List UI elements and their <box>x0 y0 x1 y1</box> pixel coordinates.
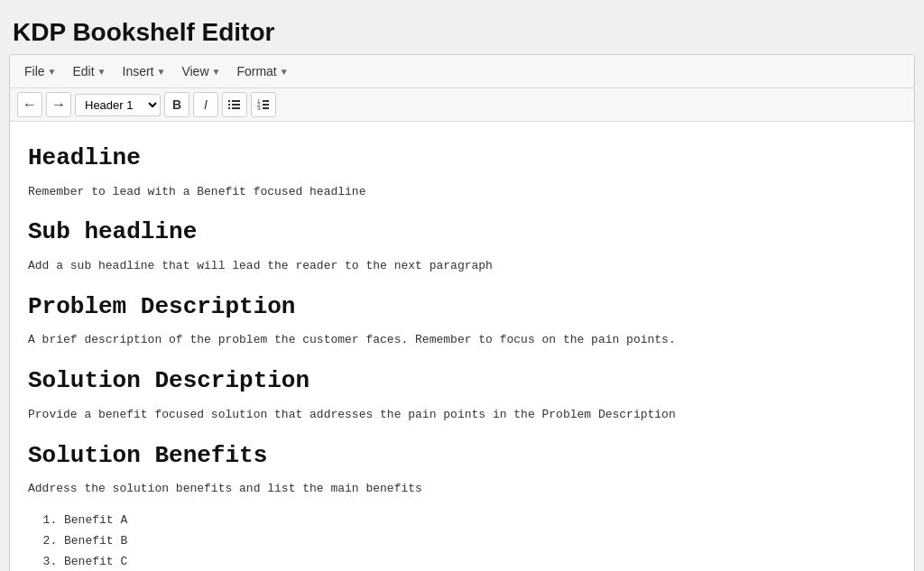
toolbar: ← → Header 1 Header 2 Header 3 Paragraph… <box>10 88 914 122</box>
svg-rect-3 <box>232 104 240 106</box>
heading-subheadline: Sub headline <box>28 214 896 252</box>
format-chevron-icon: ▼ <box>280 67 289 77</box>
svg-rect-11 <box>263 107 269 109</box>
svg-rect-4 <box>228 107 230 109</box>
section-solution: Solution Description Provide a benefit f… <box>28 363 896 424</box>
menu-edit[interactable]: Edit ▼ <box>65 60 113 82</box>
heading-benefits: Solution Benefits <box>28 437 896 475</box>
svg-rect-0 <box>228 100 230 102</box>
para-subheadline: Add a sub headline that will lead the re… <box>28 257 896 276</box>
svg-text:3.: 3. <box>257 106 262 111</box>
menu-file[interactable]: File ▼ <box>17 60 63 82</box>
editor-content[interactable]: Headline Remember to lead with a Benefit… <box>10 122 914 571</box>
menu-format[interactable]: Format ▼ <box>229 60 295 82</box>
unordered-list-button[interactable] <box>222 92 247 117</box>
style-selector[interactable]: Header 1 Header 2 Header 3 Paragraph <box>75 94 161 116</box>
para-benefits: Address the solution benefits and list t… <box>28 480 896 499</box>
svg-rect-9 <box>263 104 269 106</box>
undo-button[interactable]: ← <box>17 92 42 117</box>
benefits-list: Benefit A Benefit B Benefit C <box>64 511 896 571</box>
section-benefits: Solution Benefits Address the solution b… <box>28 437 896 571</box>
section-problem: Problem Description A brief description … <box>28 289 896 350</box>
svg-rect-2 <box>228 104 230 106</box>
section-subheadline: Sub headline Add a sub headline that wil… <box>28 214 896 275</box>
menubar: File ▼ Edit ▼ Insert ▼ View ▼ Format ▼ <box>10 55 914 88</box>
para-solution: Provide a benefit focused solution that … <box>28 406 896 425</box>
list-item-1: Benefit A <box>64 511 896 530</box>
para-problem: A brief description of the problem the c… <box>28 331 896 350</box>
list-item-3: Benefit C <box>64 553 896 571</box>
svg-rect-7 <box>263 100 269 102</box>
para-headline: Remember to lead with a Benefit focused … <box>28 183 896 202</box>
heading-headline: Headline <box>28 140 896 178</box>
insert-chevron-icon: ▼ <box>157 67 166 77</box>
italic-button[interactable]: I <box>193 92 218 117</box>
menu-view[interactable]: View ▼ <box>174 60 227 82</box>
ordered-list-icon: 1. 2. 3. <box>256 97 271 112</box>
file-chevron-icon: ▼ <box>48 67 57 77</box>
heading-solution: Solution Description <box>28 363 896 401</box>
list-item-2: Benefit B <box>64 532 896 551</box>
svg-rect-5 <box>232 107 240 109</box>
unordered-list-icon <box>227 97 242 112</box>
section-headline: Headline Remember to lead with a Benefit… <box>28 140 896 201</box>
redo-button[interactable]: → <box>46 92 71 117</box>
menu-insert[interactable]: Insert ▼ <box>116 60 173 82</box>
heading-problem: Problem Description <box>28 289 896 327</box>
ordered-list-button[interactable]: 1. 2. 3. <box>251 92 276 117</box>
app-title: KDP Bookshelf Editor <box>9 9 915 54</box>
view-chevron-icon: ▼ <box>212 67 221 77</box>
svg-rect-1 <box>232 100 240 102</box>
edit-chevron-icon: ▼ <box>97 67 106 77</box>
bold-button[interactable]: B <box>164 92 189 117</box>
editor-container: File ▼ Edit ▼ Insert ▼ View ▼ Format ▼ ←… <box>9 54 915 571</box>
